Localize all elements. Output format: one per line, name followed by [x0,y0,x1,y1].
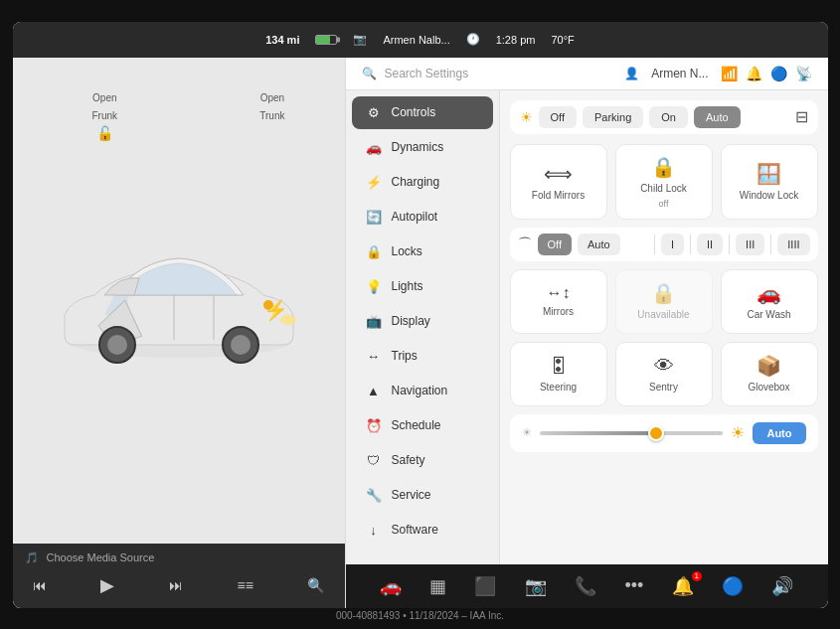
prev-button[interactable]: ⏮ [29,573,51,597]
wiper-speed-4[interactable]: IIII [777,234,809,255]
search-media-button[interactable]: 🔍 [303,573,328,597]
sentry-icon: 👁 [654,355,674,378]
mid-cards-row: ↔↕ Mirrors 🔒 Unavailable 🚗 Car Wash [510,269,818,334]
bottom-caption: 000-40881493 • 11/18/2024 – IAA Inc. [0,610,840,621]
brightness-high-icon: ☀ [731,423,745,442]
schedule-icon: ⏰ [366,418,382,433]
status-bar: 134 mi 📷 Armen Nalb... 🕐 1:28 pm 70°F [13,22,828,58]
glovebox-icon: 📦 [756,354,781,378]
charging-label: Charging [392,175,440,189]
charging-icon: ⚡ [366,175,382,190]
dynamics-icon: 🚗 [366,140,382,155]
taskbar-more-icon[interactable]: ••• [616,571,651,600]
open-frunk-button[interactable]: OpenFrunk 🔓 [92,87,118,141]
sidebar-nav: ⚙ Controls 🚗 Dynamics ⚡ Charging 🔄 [346,90,500,564]
notification-badge: 1 [692,571,702,581]
equalizer-button[interactable]: ≡≡ [233,573,256,597]
search-left: 🔍 Search Settings [362,67,469,80]
window-lock-label: Window Lock [740,190,798,202]
sidebar-item-navigation[interactable]: ▲ Navigation [352,375,493,407]
navigation-icon: ▲ [366,384,382,398]
taskbar-camera-icon[interactable]: 📷 [517,571,555,601]
taskbar-menu-icon[interactable]: ▦ [421,571,454,601]
wiper-row: ⌒ Off Auto I II III IIII [510,228,818,261]
sidebar-item-safety[interactable]: 🛡 Safety [352,444,493,477]
steering-label: Steering [540,382,577,393]
lights-parking-button[interactable]: Parking [583,106,643,128]
sidebar-item-locks[interactable]: 🔒 Locks [352,236,493,268]
software-label: Software [392,523,438,537]
car-wash-card[interactable]: 🚗 Car Wash [721,269,818,334]
sidebar-item-charging[interactable]: ⚡ Charging [352,166,493,199]
fold-mirrors-card[interactable]: ⟺ Fold Mirrors [510,144,607,220]
wiper-auto-button[interactable]: Auto [578,234,620,255]
phone-icon: 📶 [721,66,738,81]
sidebar-item-software[interactable]: ↓ Software [352,514,493,547]
svg-point-6 [231,335,251,355]
user-name: Armen N... [651,67,708,80]
autopilot-label: Autopilot [392,210,438,224]
dynamics-label: Dynamics [392,140,444,154]
sentry-card[interactable]: 👁 Sentry [615,342,713,406]
unavailable-card: 🔒 Unavailable [615,269,713,334]
content-area: ⚙ Controls 🚗 Dynamics ⚡ Charging 🔄 [346,90,828,564]
controls-label: Controls [392,105,436,119]
fold-mirrors-icon: ⟺ [544,162,573,186]
glovebox-label: Glovebox [748,382,789,393]
search-placeholder[interactable]: Search Settings [385,67,469,80]
wiper-off-button[interactable]: Off [538,234,572,255]
child-lock-card[interactable]: 🔒 Child Lock off [615,144,713,220]
taskbar-volume-icon[interactable]: 🔊 [763,571,801,601]
sidebar-item-schedule[interactable]: ⏰ Schedule [352,409,493,442]
headlights-icon: ☀ [520,109,533,125]
sidebar-item-trips[interactable]: ↔ Trips [352,340,493,373]
open-trunk-button[interactable]: OpenTrunk [259,87,284,123]
wiper-divider-3 [729,235,730,254]
taskbar-apps-icon[interactable]: ⬛ [466,571,504,601]
brightness-auto-button[interactable]: Auto [753,422,805,444]
wiper-speed-3[interactable]: III [736,234,764,255]
car-wash-icon: 🚗 [756,281,781,305]
glovebox-card[interactable]: 📦 Glovebox [721,342,818,406]
sidebar-item-controls[interactable]: ⚙ Controls [352,96,493,129]
steering-card[interactable]: 🎛 Steering [510,342,607,406]
wiper-speed-2[interactable]: II [697,234,723,255]
taskbar-phone-icon[interactable]: 📞 [567,571,604,601]
sidebar-item-lights[interactable]: 💡 Lights [352,270,493,303]
play-button[interactable]: ▶ [96,570,118,600]
svg-point-4 [107,335,127,355]
wiper-icon: ⌒ [518,236,532,253]
frunk-lock-icon: 🔓 [92,125,118,141]
next-button[interactable]: ⏭ [165,573,187,597]
taskbar-car-icon[interactable]: 🚗 [372,571,410,601]
locks-label: Locks [392,244,422,258]
wiper-speed-1[interactable]: I [661,234,684,255]
mirrors-card[interactable]: ↔↕ Mirrors [510,269,607,334]
sidebar-item-autopilot[interactable]: 🔄 Autopilot [352,201,493,234]
time: 1:28 pm [496,34,536,46]
sentry-label: Sentry [649,382,678,393]
service-icon: 🔧 [366,488,382,503]
taskbar-bluetooth-icon[interactable]: 🔵 [714,571,752,601]
choose-media-label[interactable]: Choose Media Source [47,551,155,563]
sidebar-item-display[interactable]: 📺 Display [352,305,493,338]
brightness-slider[interactable] [540,431,724,435]
mileage: 134 mi [265,34,299,46]
taskbar: 🚗 ▦ ⬛ 📷 📞 ••• 🔔 1 🔵 🔊 [346,564,828,608]
status-icons: 📶 🔔 🔵 📡 [721,66,812,81]
sidebar-item-service[interactable]: 🔧 Service [352,479,493,512]
music-icon: 🎵 [25,551,39,564]
brightness-low-icon: ☀ [522,426,532,439]
open-frunk-label: OpenFrunk [92,92,118,121]
brightness-row: ☀ ☀ Auto [510,414,818,452]
search-right: 👤 Armen N... 📶 🔔 🔵 📡 [624,66,811,81]
lights-auto-button[interactable]: Auto [694,106,741,128]
taskbar-notification-icon[interactable]: 🔔 1 [664,571,702,601]
wiper-divider-2 [690,235,691,254]
window-lock-icon: 🪟 [756,162,781,186]
lights-on-button[interactable]: On [649,106,688,128]
window-lock-card[interactable]: 🪟 Window Lock [721,144,818,220]
lights-off-button[interactable]: Off [539,106,577,128]
sidebar-item-dynamics[interactable]: 🚗 Dynamics [352,131,493,164]
left-panel: OpenFrunk 🔓 OpenTrunk [13,58,346,608]
